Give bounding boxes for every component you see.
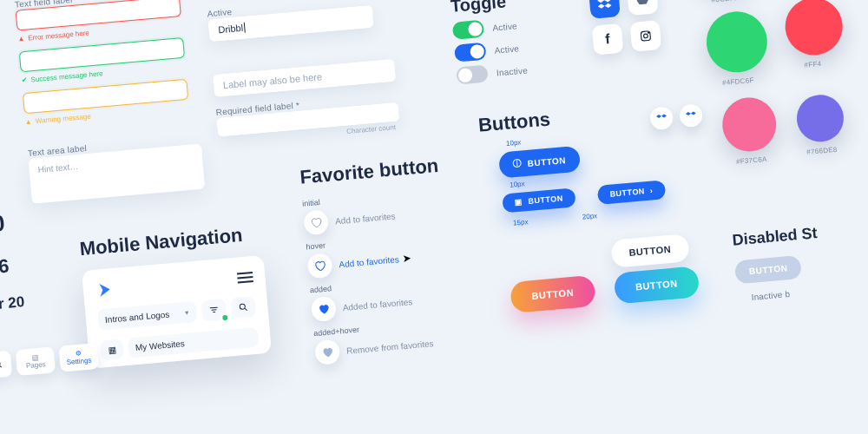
swatch-6 [795,93,846,144]
px-10: 10px [506,138,522,147]
chevron-down-icon: ▼ [183,309,190,316]
chevron-right-icon: › [649,186,653,194]
fav-state-added: added [310,284,332,294]
facebook-icon[interactable]: f [592,23,624,56]
section-disabled: Disabled St [732,224,818,249]
my-websites[interactable]: My Websites [128,327,259,358]
fav-initial-label: Add to favorites [335,211,396,226]
error-message: ▲Error message here [17,29,89,43]
fav-initial-button[interactable] [303,209,329,235]
warning-message: ▲Warning message [24,113,91,127]
button-disabled: BUTTON [734,255,803,285]
section-favorite: Favorite button [299,155,439,189]
swatch-4 [783,0,845,57]
logo-icon [95,280,114,299]
toggle-green-label: Active [492,21,517,32]
fav-state-hover: hover [306,241,326,252]
swatch-4-label: #FF4 [804,60,822,69]
header-20: Header 20 [0,293,25,317]
section-toggle: Toggle [450,0,507,16]
svg-point-4 [648,32,648,33]
toggle-off[interactable] [456,65,489,85]
tab-pages[interactable]: ▤Pages [16,346,56,376]
round-dropbox-button-2[interactable] [679,103,703,128]
button-primary[interactable]: ⓘBUTTON [498,146,581,179]
button-icon-left[interactable]: ▣BUTTON [502,187,575,213]
fav-remove-button[interactable] [314,339,340,365]
header-30: der 30 [0,210,6,243]
button-gradient-blue[interactable]: BUTTON [614,266,700,304]
instagram-icon[interactable] [629,20,661,52]
active-input[interactable]: Dribbl [207,5,374,42]
toggle-green[interactable] [452,20,485,40]
px-20: 20px [582,212,597,220]
fav-hover-button[interactable] [306,253,332,279]
dropdown-intros[interactable]: Intros and Logos▼ [97,301,198,331]
home-icon[interactable]: ▦ [100,339,124,360]
swatch-5 [720,95,779,154]
swatch-3 [704,9,770,75]
placeholder-input[interactable]: Label may also be here [213,59,396,97]
swatch-5-label: #F37C6A [736,155,768,166]
dropbox-icon[interactable] [589,0,621,19]
filter-button[interactable] [201,299,227,321]
fav-hover-label: Add to favorites [339,254,399,269]
button-gradient-orange[interactable]: BUTTON [510,275,595,313]
svg-point-0 [240,304,246,310]
section-buttons: Buttons [477,108,551,136]
search-chip[interactable] [0,351,12,379]
swatch-6-label: #766DE8 [806,146,838,156]
textfield-warning[interactable] [23,79,188,114]
success-message: ✔Success message here [21,69,103,84]
px-15: 15px [513,218,529,227]
fav-remove-label: Remove from favorites [346,339,434,356]
swatch-1-label: #8CBFFF [711,0,743,4]
fav-added-button[interactable] [311,296,337,322]
fav-state-added-hover: added+hover [313,326,359,339]
disabled-label: Inactive b [751,289,791,302]
info-icon: ⓘ [513,157,523,170]
round-dropbox-button[interactable] [649,106,674,130]
fav-added-label: Added to favorites [342,297,412,312]
search-button[interactable] [230,296,256,319]
toggle-off-label: Inactive [496,65,528,77]
image-icon: ▣ [515,198,523,207]
toggle-blue[interactable] [454,43,487,62]
tab-settings[interactable]: ⚙Settings [58,343,98,372]
swatch-3-label: #4FDC6F [722,76,754,87]
header-26: ader 26 [0,254,10,283]
cursor-icon: ➤ [402,252,411,265]
section-mobile-nav: Mobile Navigation [79,224,244,260]
drive-icon[interactable] [627,0,659,16]
badge-dot-icon [220,313,230,323]
toggle-blue-label: Active [494,43,519,55]
button-pill[interactable]: BUTTON [610,233,689,268]
hamburger-icon[interactable] [237,269,254,286]
button-icon-right[interactable]: BUTTON› [597,180,666,205]
svg-point-3 [643,34,648,38]
textfield-success[interactable] [19,37,185,72]
px-10b: 10px [510,180,525,188]
fav-state-initial: initial [302,198,320,208]
